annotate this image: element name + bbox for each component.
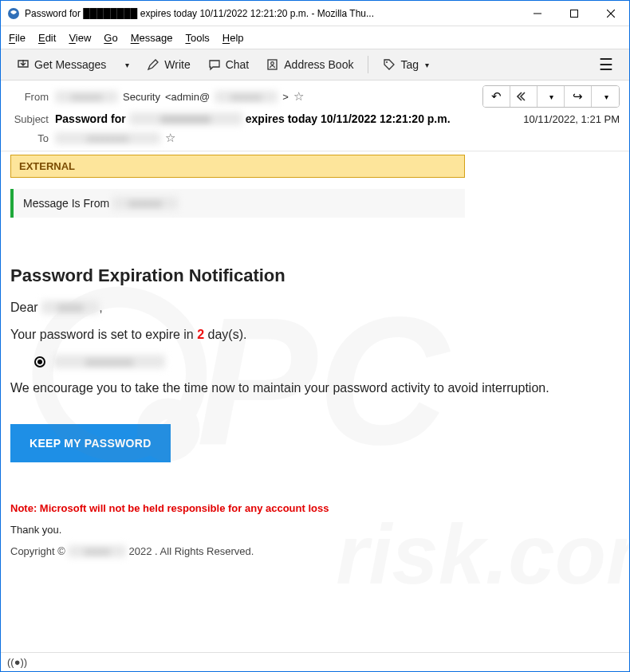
pencil-icon xyxy=(147,58,159,71)
message-from-bar: Message Is From xxxxxx xyxy=(10,189,465,218)
svg-point-7 xyxy=(386,61,388,63)
menu-view[interactable]: View xyxy=(69,32,91,44)
menu-edit[interactable]: Edit xyxy=(38,32,56,44)
copyright: Copyright © xxxxx 2022 . All Rights Rese… xyxy=(10,545,620,557)
to-label: To xyxy=(10,132,55,144)
star-icon[interactable]: ☆ xyxy=(293,89,304,104)
thunderbird-icon xyxy=(7,7,20,20)
thank-you: Thank you. xyxy=(10,524,620,536)
menu-go[interactable]: Go xyxy=(104,32,117,44)
expire-line: Your password is set to expire in 2 day(… xyxy=(10,328,620,342)
from-value[interactable]: xxxxxx Security <admin@xxxxxx> ☆ xyxy=(55,89,304,104)
message-body: PC risk.com EXTERNAL Message Is From xxx… xyxy=(1,151,629,652)
menu-help[interactable]: Help xyxy=(222,32,244,44)
greeting: Dear xxxx, xyxy=(10,301,620,315)
tag-button[interactable]: Tag ▾ xyxy=(375,54,437,75)
get-messages-dropdown[interactable]: ▾ xyxy=(116,57,137,73)
message-header: From xxxxxx Security <admin@xxxxxx> ☆ ↶ … xyxy=(1,81,629,151)
reply-all-button[interactable] xyxy=(510,86,537,107)
tag-icon xyxy=(383,58,396,71)
message-date: 10/11/2022, 1:21 PM xyxy=(523,113,620,125)
chat-button[interactable]: Chat xyxy=(200,54,258,75)
star-icon[interactable]: ☆ xyxy=(165,131,175,145)
maximize-button[interactable] xyxy=(556,1,593,26)
menu-file[interactable]: File xyxy=(9,32,26,44)
message-actions: ↶ ▾ ↪ ▾ xyxy=(482,85,620,108)
from-label: From xyxy=(10,91,55,103)
window-titlebar: Password for ████████ expires today 10/1… xyxy=(1,1,629,26)
keep-password-button[interactable]: KEEP MY PASSWORD xyxy=(10,424,171,462)
note-text: Note: Microsoft will not be held respons… xyxy=(10,502,620,514)
radio-icon xyxy=(34,356,45,367)
reply-button[interactable]: ↶ xyxy=(483,86,510,107)
address-book-button[interactable]: Address Book xyxy=(258,54,361,75)
close-button[interactable] xyxy=(593,1,629,26)
download-icon xyxy=(17,58,30,71)
forward-button[interactable]: ↪ xyxy=(565,86,592,107)
subject-value: Password for xxxxxxxx expires today 10/1… xyxy=(55,112,451,125)
minimize-button[interactable] xyxy=(519,1,556,26)
activity-icon[interactable]: ((●)) xyxy=(7,656,27,668)
toolbar-separator xyxy=(368,56,368,73)
get-messages-button[interactable]: Get Messages xyxy=(9,54,114,75)
menu-tools[interactable]: Tools xyxy=(185,32,209,44)
statusbar: ((●)) xyxy=(1,652,629,671)
days-count: 2 xyxy=(197,328,204,341)
address-book-icon xyxy=(266,58,279,71)
toolbar: Get Messages ▾ Write Chat Address Book T… xyxy=(1,49,629,81)
write-button[interactable]: Write xyxy=(139,54,198,75)
encourage-text: We encourage you to take the time now to… xyxy=(10,381,620,395)
app-menu-button[interactable]: ☰ xyxy=(591,51,621,78)
forward-dropdown[interactable]: ▾ xyxy=(592,86,619,107)
menubar: File Edit View Go Message Tools Help xyxy=(1,26,629,49)
reply-all-dropdown[interactable]: ▾ xyxy=(537,86,565,107)
svg-rect-2 xyxy=(571,10,578,17)
body-heading: Password Expiration Notification xyxy=(10,265,620,286)
account-value: xxxxxxxx xyxy=(53,355,165,368)
svg-point-6 xyxy=(271,62,274,65)
chat-icon xyxy=(208,58,221,71)
window-controls xyxy=(519,1,629,26)
external-banner: EXTERNAL xyxy=(10,155,465,178)
window-title: Password for ████████ expires today 10/1… xyxy=(25,8,519,19)
subject-label: Subject xyxy=(10,113,55,125)
menu-message[interactable]: Message xyxy=(131,32,173,44)
to-value[interactable]: xxxxxxxx ☆ xyxy=(55,131,175,145)
watermark: PC risk.com xyxy=(1,151,629,652)
account-radio[interactable]: xxxxxxxx xyxy=(34,355,620,368)
